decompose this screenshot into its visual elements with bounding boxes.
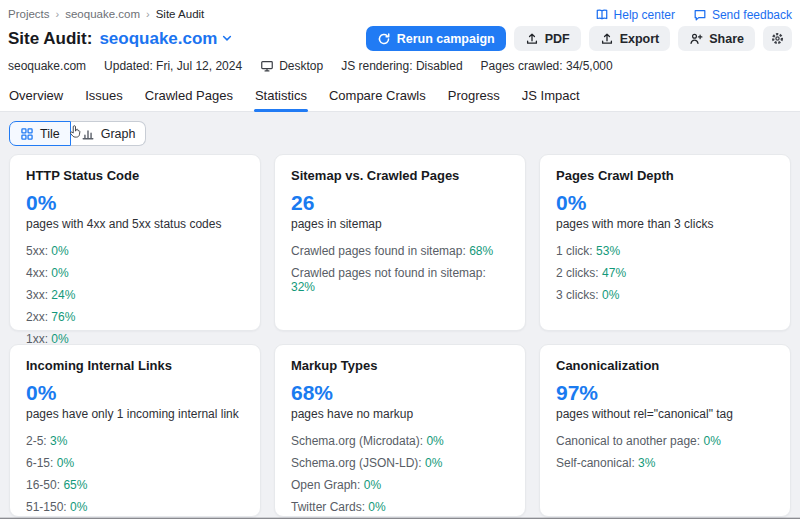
stat-value[interactable]: 76%	[51, 310, 75, 324]
breadcrumb-separator: ›	[56, 8, 60, 20]
breadcrumb: Projects › seoquake.com › Site Audit	[8, 6, 204, 20]
card-subtitle: pages with 4xx and 5xx status codes	[26, 217, 244, 231]
header: Projects › seoquake.com › Site Audit Hel…	[0, 0, 800, 82]
breadcrumb-domain[interactable]: seoquake.com	[65, 8, 140, 20]
stat-card-canonicalization: Canonicalization 97% pages without rel="…	[539, 344, 791, 517]
view-toggle: Tile Graph	[9, 121, 146, 146]
stat-card-pages-crawl-depth: Pages Crawl Depth 0% pages with more tha…	[539, 154, 791, 331]
send-feedback-link[interactable]: Send feedback	[693, 8, 792, 22]
stat-label: Open Graph:	[291, 478, 360, 492]
card-stat-list: Canonical to another page: 0% Self-canon…	[556, 434, 774, 470]
stat-value[interactable]: 0%	[364, 478, 381, 492]
stat-value[interactable]: 68%	[469, 244, 493, 258]
stat-line-3-clicks: 3 clicks: 0%	[556, 288, 774, 302]
chat-bubble-icon	[693, 8, 707, 22]
stat-line-2xx: 2xx: 76%	[26, 310, 244, 324]
stat-value[interactable]: 0%	[368, 500, 385, 514]
stat-line-2-clicks: 2 clicks: 47%	[556, 266, 774, 280]
card-stat-list: Schema.org (Microdata): 0% Schema.org (J…	[291, 434, 509, 519]
domain-selector[interactable]: seoquake.com	[99, 29, 233, 49]
tab-progress[interactable]: Progress	[447, 82, 501, 111]
share-label: Share	[709, 32, 744, 46]
chevron-down-icon	[221, 29, 233, 49]
stat-line-schema-jsonld: Schema.org (JSON-LD): 0%	[291, 456, 509, 470]
export-button[interactable]: Export	[589, 26, 671, 51]
card-stat-list: Crawled pages found in sitemap: 68% Craw…	[291, 244, 509, 294]
campaign-meta: seoquake.com Updated: Fri, Jul 12, 2024 …	[8, 59, 792, 82]
stat-line-16-50: 16-50: 65%	[26, 478, 244, 492]
stat-card-http-status-code: HTTP Status Code 0% pages with 4xx and 5…	[9, 154, 261, 331]
tab-crawled-pages[interactable]: Crawled Pages	[144, 82, 234, 111]
share-button[interactable]: Share	[678, 26, 755, 51]
stat-value[interactable]: 0%	[426, 434, 443, 448]
stat-value[interactable]: 0%	[51, 266, 68, 280]
breadcrumb-projects[interactable]: Projects	[8, 8, 50, 20]
stat-value[interactable]: 3%	[638, 456, 655, 470]
meta-pages-crawled: Pages crawled: 34/5,000	[481, 59, 613, 73]
stat-line-4xx: 4xx: 0%	[26, 266, 244, 280]
graph-view-label: Graph	[101, 127, 136, 141]
card-subtitle: pages in sitemap	[291, 217, 509, 231]
stat-label: 2-5:	[26, 434, 47, 448]
stat-value[interactable]: 0%	[425, 456, 442, 470]
card-subtitle: pages have no markup	[291, 407, 509, 421]
send-feedback-label: Send feedback	[712, 8, 792, 22]
stat-value[interactable]: 53%	[596, 244, 620, 258]
stat-value[interactable]: 3%	[50, 434, 67, 448]
card-value: 26	[291, 191, 509, 214]
bar-chart-icon	[81, 127, 95, 141]
stat-value[interactable]: 24%	[51, 288, 75, 302]
rerun-campaign-label: Rerun campaign	[397, 32, 495, 46]
stat-line-twitter-cards: Twitter Cards: 0%	[291, 500, 509, 514]
meta-device: Desktop	[260, 59, 323, 73]
breadcrumb-site-audit: Site Audit	[156, 8, 205, 20]
stat-label: Twitter Cards:	[291, 500, 365, 514]
tab-issues[interactable]: Issues	[84, 82, 124, 111]
stat-line-schema-microdata: Schema.org (Microdata): 0%	[291, 434, 509, 448]
stat-card-incoming-internal-links: Incoming Internal Links 0% pages have on…	[9, 344, 261, 517]
tab-js-impact[interactable]: JS Impact	[521, 82, 581, 111]
stat-value[interactable]: 0%	[703, 434, 720, 448]
meta-updated: Updated: Fri, Jul 12, 2024	[104, 59, 242, 73]
tab-statistics[interactable]: Statistics	[254, 82, 308, 111]
refresh-icon	[377, 32, 391, 46]
tab-compare-crawls[interactable]: Compare Crawls	[328, 82, 427, 111]
tab-overview[interactable]: Overview	[8, 82, 64, 111]
stat-value[interactable]: 0%	[602, 288, 619, 302]
stat-value[interactable]: 0%	[51, 244, 68, 258]
card-title: Incoming Internal Links	[26, 358, 244, 373]
grid-icon	[20, 127, 34, 141]
tile-view-label: Tile	[40, 127, 60, 141]
meta-js-rendering: JS rendering: Disabled	[341, 59, 462, 73]
stat-value[interactable]: 0%	[57, 456, 74, 470]
pdf-button[interactable]: PDF	[514, 26, 581, 51]
export-label: Export	[620, 32, 660, 46]
card-subtitle: pages have only 1 incoming internal link	[26, 407, 244, 421]
card-title: Sitemap vs. Crawled Pages	[291, 168, 509, 183]
site-audit-page: Projects › seoquake.com › Site Audit Hel…	[0, 0, 800, 519]
stat-value[interactable]: 65%	[63, 478, 87, 492]
help-center-link[interactable]: Help center	[595, 8, 675, 22]
stat-label: 4xx:	[26, 266, 48, 280]
tile-view-button[interactable]: Tile	[9, 121, 71, 146]
stat-label: Schema.org (Microdata):	[291, 434, 423, 448]
stat-label: 1 click:	[556, 244, 593, 258]
settings-button[interactable]	[763, 26, 792, 51]
stat-value[interactable]: 0%	[70, 500, 87, 514]
stat-value[interactable]: 32%	[291, 280, 315, 294]
stat-line-1-click: 1 click: 53%	[556, 244, 774, 258]
graph-view-button[interactable]: Graph	[71, 121, 147, 146]
stat-label: 6-15:	[26, 456, 53, 470]
meta-device-label: Desktop	[279, 59, 323, 73]
card-stat-list: 1 click: 53% 2 clicks: 47% 3 clicks: 0%	[556, 244, 774, 302]
stat-value[interactable]: 47%	[602, 266, 626, 280]
stat-label: 5xx:	[26, 244, 48, 258]
card-value: 97%	[556, 381, 774, 404]
card-title: Canonicalization	[556, 358, 774, 373]
card-subtitle: pages with more than 3 clicks	[556, 217, 774, 231]
stat-label: Canonical to another page:	[556, 434, 700, 448]
card-subtitle: pages without rel="canonical" tag	[556, 407, 774, 421]
card-value: 0%	[26, 191, 244, 214]
rerun-campaign-button[interactable]: Rerun campaign	[366, 26, 506, 51]
meta-domain: seoquake.com	[8, 59, 86, 73]
